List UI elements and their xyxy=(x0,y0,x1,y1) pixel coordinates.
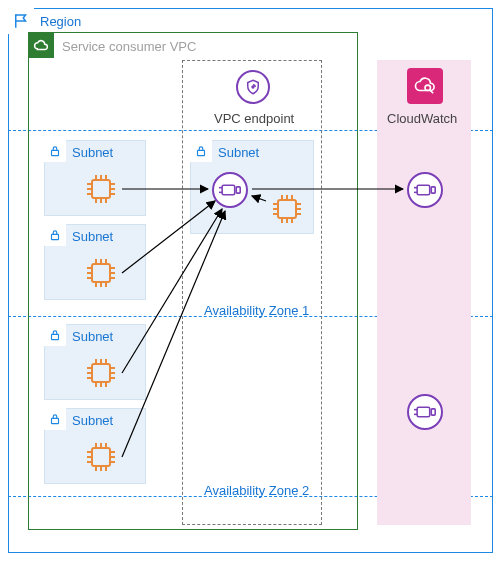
chip-3-icon xyxy=(82,354,120,392)
eni-1-icon xyxy=(212,172,248,208)
region-label: Region xyxy=(40,14,81,29)
vpc-label: Service consumer VPC xyxy=(62,39,196,54)
subnet-3-label: Subnet xyxy=(72,329,113,344)
vpc-endpoint-box xyxy=(182,60,322,525)
svg-rect-61 xyxy=(222,185,235,194)
subnet-5-lock-icon xyxy=(190,140,212,162)
az-1-label: Availability Zone 1 xyxy=(204,303,309,318)
vpc-endpoint-icon xyxy=(236,70,270,104)
svg-rect-65 xyxy=(278,200,296,218)
chip-2-icon xyxy=(82,254,120,292)
svg-point-2 xyxy=(425,85,430,90)
svg-rect-81 xyxy=(431,187,435,193)
diagram-canvas: Region Service consumer VPC VPC endpoint… xyxy=(0,0,501,561)
svg-rect-64 xyxy=(236,187,240,193)
subnet-2-lock-icon xyxy=(44,224,66,246)
az-2-label: Availability Zone 2 xyxy=(204,483,309,498)
subnet-4-label: Subnet xyxy=(72,413,113,428)
svg-rect-46 xyxy=(52,418,59,423)
svg-rect-60 xyxy=(198,150,205,155)
svg-rect-4 xyxy=(52,150,59,155)
svg-rect-85 xyxy=(431,409,435,415)
vpc-endpoint-label: VPC endpoint xyxy=(214,111,294,126)
eni-cw-2-icon xyxy=(407,394,443,430)
chip-5-icon xyxy=(268,190,306,228)
subnet-5-label: Subnet xyxy=(218,145,259,160)
svg-rect-19 xyxy=(92,264,110,282)
vpc-cloud-icon xyxy=(28,32,54,58)
subnet-4-lock-icon xyxy=(44,408,66,430)
svg-rect-33 xyxy=(92,364,110,382)
cloudwatch-box xyxy=(377,60,471,525)
svg-rect-78 xyxy=(417,185,430,194)
chip-1-icon xyxy=(82,170,120,208)
subnet-3-lock-icon xyxy=(44,324,66,346)
chip-4-icon xyxy=(82,438,120,476)
subnet-2-label: Subnet xyxy=(72,229,113,244)
region-flag-icon xyxy=(8,8,34,34)
subnet-1-label: Subnet xyxy=(72,145,113,160)
cloudwatch-icon xyxy=(407,68,443,104)
svg-rect-18 xyxy=(52,234,59,239)
eni-cw-1-icon xyxy=(407,172,443,208)
subnet-1-lock-icon xyxy=(44,140,66,162)
svg-rect-5 xyxy=(92,180,110,198)
svg-rect-82 xyxy=(417,407,430,416)
cloudwatch-label: CloudWatch xyxy=(387,111,457,126)
svg-rect-32 xyxy=(52,334,59,339)
svg-rect-47 xyxy=(92,448,110,466)
svg-point-1 xyxy=(252,86,254,88)
